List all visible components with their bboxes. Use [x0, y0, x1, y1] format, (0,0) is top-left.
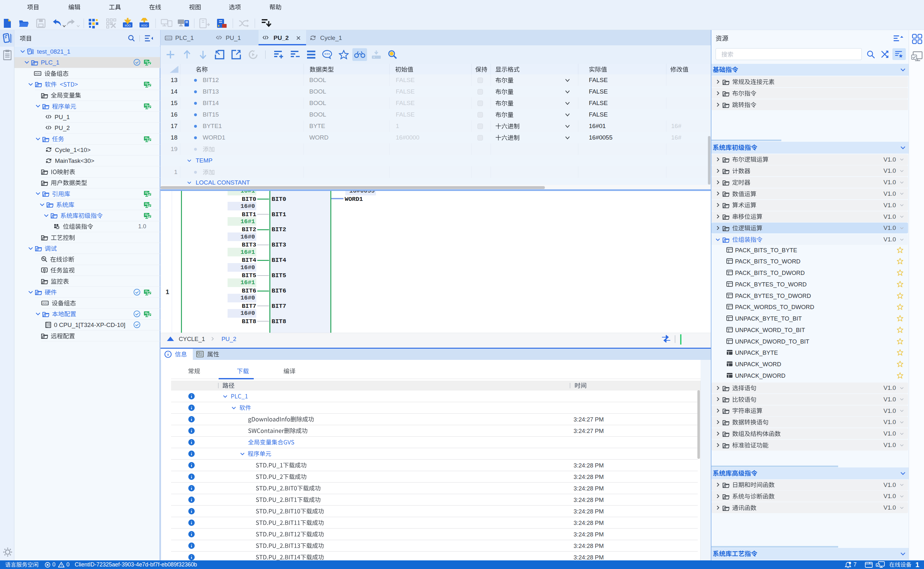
- svg-text:IIOO: IIOO: [35, 72, 40, 75]
- svg-text:IIOO: IIOO: [124, 24, 130, 27]
- svg-text:IIOO: IIOO: [42, 302, 47, 304]
- svg-text:IIOO: IIOO: [166, 37, 171, 40]
- svg-text:IIOO: IIOO: [141, 24, 147, 27]
